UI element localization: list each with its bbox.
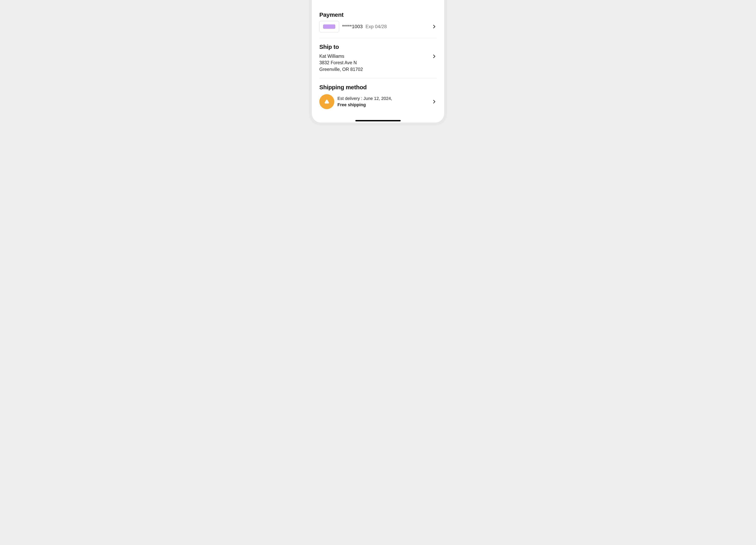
payment-section: Payment *****1003 Exp 04/28 <box>319 6 437 38</box>
est-delivery: Est delivery : June 12, 2024, <box>337 95 428 102</box>
payment-expiry: Exp 04/28 <box>366 24 387 29</box>
shipping-method-section: Shipping method Est delivery : June 12, … <box>319 78 437 115</box>
shipping-price-label: Free shipping <box>337 102 428 108</box>
chevron-right-icon <box>432 99 437 104</box>
payment-text: *****1003 Exp 04/28 <box>342 24 428 29</box>
ship-to-line1: 3832 Forest Ave N <box>319 59 428 66</box>
carrier-triangle-icon <box>319 94 334 109</box>
shipping-method-left: Est delivery : June 12, 2024, Free shipp… <box>319 94 428 109</box>
payment-masked-number: *****1003 <box>342 24 363 29</box>
payment-row-left: *****1003 Exp 04/28 <box>319 21 428 32</box>
shipping-address: Kat Williams 3832 Forest Ave N Greenvill… <box>319 53 428 73</box>
payment-title: Payment <box>319 11 437 18</box>
shipping-method-text: Est delivery : June 12, 2024, Free shipp… <box>337 95 428 108</box>
ship-to-title: Ship to <box>319 44 437 50</box>
shipping-method-title: Shipping method <box>319 84 437 91</box>
shipping-method-row[interactable]: Est delivery : June 12, 2024, Free shipp… <box>319 94 437 109</box>
home-indicator <box>355 120 401 121</box>
ship-to-row[interactable]: Kat Williams 3832 Forest Ave N Greenvill… <box>319 53 437 73</box>
payment-row[interactable]: *****1003 Exp 04/28 <box>319 21 437 32</box>
credit-card-icon <box>319 21 339 32</box>
chevron-right-icon <box>432 24 437 29</box>
ship-to-name: Kat Williams <box>319 53 428 59</box>
chevron-right-icon <box>432 54 437 59</box>
ship-to-line2: Greenville, OR 81702 <box>319 66 428 73</box>
card-chip <box>323 24 335 29</box>
checkout-panel: Payment *****1003 Exp 04/28 Ship to Kat … <box>309 0 447 125</box>
ship-to-section: Ship to Kat Williams 3832 Forest Ave N G… <box>319 38 437 78</box>
